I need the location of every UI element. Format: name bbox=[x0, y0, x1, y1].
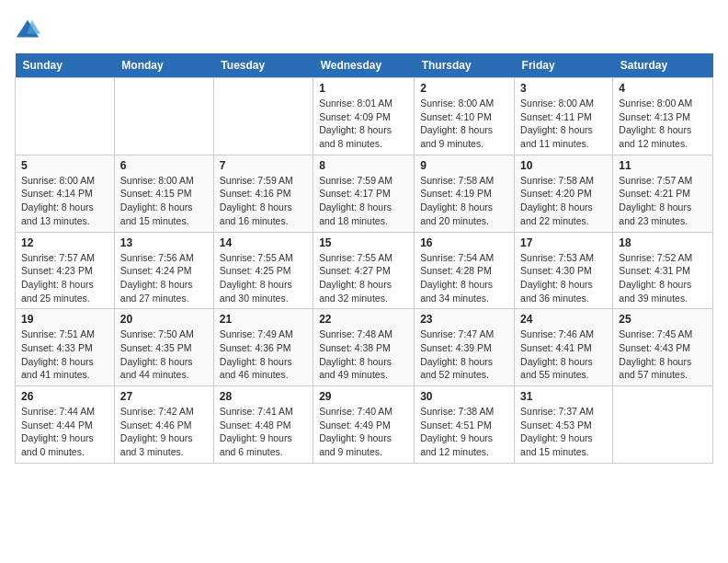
day-number: 2 bbox=[420, 82, 508, 95]
day-info: Sunrise: 7:57 AMSunset: 4:23 PMDaylight:… bbox=[21, 251, 108, 305]
day-info: Sunrise: 8:00 AMSunset: 4:10 PMDaylight:… bbox=[420, 97, 508, 151]
calendar-day-cell: 31Sunrise: 7:37 AMSunset: 4:53 PMDayligh… bbox=[515, 386, 613, 464]
day-number: 13 bbox=[120, 236, 208, 249]
day-number: 14 bbox=[220, 236, 307, 249]
day-info: Sunrise: 7:48 AMSunset: 4:38 PMDaylight:… bbox=[319, 327, 408, 382]
calendar-day-cell: 25Sunrise: 7:45 AMSunset: 4:43 PMDayligh… bbox=[613, 309, 713, 386]
calendar-day-cell: 3Sunrise: 8:00 AMSunset: 4:11 PMDaylight… bbox=[515, 78, 613, 155]
day-number: 28 bbox=[220, 390, 307, 403]
day-number: 18 bbox=[619, 236, 707, 249]
day-number: 12 bbox=[21, 236, 108, 249]
day-number: 29 bbox=[319, 390, 408, 403]
day-number: 20 bbox=[120, 313, 208, 326]
calendar-day-cell: 1Sunrise: 8:01 AMSunset: 4:09 PMDaylight… bbox=[313, 78, 415, 155]
calendar-day-cell: 13Sunrise: 7:56 AMSunset: 4:24 PMDayligh… bbox=[114, 232, 213, 309]
calendar-day-cell: 23Sunrise: 7:47 AMSunset: 4:39 PMDayligh… bbox=[415, 309, 515, 386]
calendar-day-cell: 4Sunrise: 8:00 AMSunset: 4:13 PMDaylight… bbox=[613, 78, 713, 155]
calendar-empty-cell bbox=[16, 78, 115, 155]
page-header bbox=[15, 15, 713, 42]
calendar-day-cell: 24Sunrise: 7:46 AMSunset: 4:41 PMDayligh… bbox=[515, 309, 613, 386]
day-info: Sunrise: 7:58 AMSunset: 4:20 PMDaylight:… bbox=[520, 174, 607, 228]
day-number: 27 bbox=[120, 390, 208, 403]
calendar-day-cell: 22Sunrise: 7:48 AMSunset: 4:38 PMDayligh… bbox=[313, 309, 415, 386]
day-info: Sunrise: 7:52 AMSunset: 4:31 PMDaylight:… bbox=[619, 251, 707, 305]
day-info: Sunrise: 7:50 AMSunset: 4:35 PMDaylight:… bbox=[120, 327, 208, 382]
calendar-week-row: 12Sunrise: 7:57 AMSunset: 4:23 PMDayligh… bbox=[16, 232, 713, 309]
day-info: Sunrise: 7:40 AMSunset: 4:49 PMDaylight:… bbox=[319, 405, 408, 459]
calendar-day-cell: 2Sunrise: 8:00 AMSunset: 4:10 PMDaylight… bbox=[415, 78, 515, 155]
day-info: Sunrise: 7:42 AMSunset: 4:46 PMDaylight:… bbox=[120, 405, 208, 459]
day-number: 8 bbox=[319, 159, 408, 172]
day-info: Sunrise: 7:47 AMSunset: 4:39 PMDaylight:… bbox=[420, 327, 508, 382]
logo bbox=[15, 15, 44, 42]
calendar-empty-cell bbox=[114, 78, 213, 155]
calendar-day-cell: 27Sunrise: 7:42 AMSunset: 4:46 PMDayligh… bbox=[114, 386, 213, 464]
calendar-day-cell: 17Sunrise: 7:53 AMSunset: 4:30 PMDayligh… bbox=[515, 232, 613, 309]
day-number: 19 bbox=[21, 313, 108, 326]
calendar-week-row: 5Sunrise: 8:00 AMSunset: 4:14 PMDaylight… bbox=[16, 155, 713, 232]
calendar-day-cell: 21Sunrise: 7:49 AMSunset: 4:36 PMDayligh… bbox=[213, 309, 313, 386]
day-number: 11 bbox=[619, 159, 707, 172]
calendar-day-cell: 28Sunrise: 7:41 AMSunset: 4:48 PMDayligh… bbox=[213, 386, 313, 464]
weekday-header-sunday: Sunday bbox=[16, 53, 115, 78]
calendar-week-row: 26Sunrise: 7:44 AMSunset: 4:44 PMDayligh… bbox=[16, 386, 713, 464]
day-info: Sunrise: 7:58 AMSunset: 4:19 PMDaylight:… bbox=[420, 174, 508, 228]
day-info: Sunrise: 7:38 AMSunset: 4:51 PMDaylight:… bbox=[420, 405, 508, 459]
day-info: Sunrise: 7:59 AMSunset: 4:16 PMDaylight:… bbox=[220, 174, 307, 228]
weekday-header-tuesday: Tuesday bbox=[213, 53, 313, 78]
calendar-week-row: 1Sunrise: 8:01 AMSunset: 4:09 PMDaylight… bbox=[16, 78, 713, 155]
day-number: 6 bbox=[120, 159, 208, 172]
day-number: 1 bbox=[319, 82, 408, 95]
day-number: 9 bbox=[420, 159, 508, 172]
day-number: 24 bbox=[520, 313, 607, 326]
calendar-day-cell: 14Sunrise: 7:55 AMSunset: 4:25 PMDayligh… bbox=[213, 232, 313, 309]
calendar-day-cell: 5Sunrise: 8:00 AMSunset: 4:14 PMDaylight… bbox=[16, 155, 115, 232]
calendar-day-cell: 7Sunrise: 7:59 AMSunset: 4:16 PMDaylight… bbox=[213, 155, 313, 232]
day-number: 10 bbox=[520, 159, 607, 172]
day-info: Sunrise: 7:45 AMSunset: 4:43 PMDaylight:… bbox=[619, 327, 707, 382]
day-number: 23 bbox=[420, 313, 508, 326]
calendar-day-cell: 29Sunrise: 7:40 AMSunset: 4:49 PMDayligh… bbox=[313, 386, 415, 464]
day-info: Sunrise: 7:54 AMSunset: 4:28 PMDaylight:… bbox=[420, 251, 508, 305]
calendar-day-cell: 30Sunrise: 7:38 AMSunset: 4:51 PMDayligh… bbox=[415, 386, 515, 464]
calendar-day-cell: 16Sunrise: 7:54 AMSunset: 4:28 PMDayligh… bbox=[415, 232, 515, 309]
day-number: 22 bbox=[319, 313, 408, 326]
weekday-header-friday: Friday bbox=[515, 53, 613, 78]
calendar-day-cell: 26Sunrise: 7:44 AMSunset: 4:44 PMDayligh… bbox=[16, 386, 115, 464]
day-info: Sunrise: 7:55 AMSunset: 4:27 PMDaylight:… bbox=[319, 251, 408, 305]
day-info: Sunrise: 8:00 AMSunset: 4:13 PMDaylight:… bbox=[619, 97, 707, 151]
weekday-header-monday: Monday bbox=[114, 53, 213, 78]
day-number: 26 bbox=[21, 390, 108, 403]
calendar-week-row: 19Sunrise: 7:51 AMSunset: 4:33 PMDayligh… bbox=[16, 309, 713, 386]
day-info: Sunrise: 8:00 AMSunset: 4:11 PMDaylight:… bbox=[520, 97, 607, 151]
day-number: 4 bbox=[619, 82, 707, 95]
day-number: 7 bbox=[220, 159, 307, 172]
day-number: 5 bbox=[21, 159, 108, 172]
day-number: 17 bbox=[520, 236, 607, 249]
day-number: 25 bbox=[619, 313, 707, 326]
calendar-day-cell: 9Sunrise: 7:58 AMSunset: 4:19 PMDaylight… bbox=[415, 155, 515, 232]
day-info: Sunrise: 7:53 AMSunset: 4:30 PMDaylight:… bbox=[520, 251, 607, 305]
day-info: Sunrise: 8:00 AMSunset: 4:14 PMDaylight:… bbox=[21, 174, 108, 228]
calendar-day-cell: 10Sunrise: 7:58 AMSunset: 4:20 PMDayligh… bbox=[515, 155, 613, 232]
calendar-day-cell: 19Sunrise: 7:51 AMSunset: 4:33 PMDayligh… bbox=[16, 309, 115, 386]
day-number: 21 bbox=[220, 313, 307, 326]
day-info: Sunrise: 7:57 AMSunset: 4:21 PMDaylight:… bbox=[619, 174, 707, 228]
calendar-day-cell: 12Sunrise: 7:57 AMSunset: 4:23 PMDayligh… bbox=[16, 232, 115, 309]
calendar-day-cell: 20Sunrise: 7:50 AMSunset: 4:35 PMDayligh… bbox=[114, 309, 213, 386]
day-number: 16 bbox=[420, 236, 508, 249]
day-info: Sunrise: 7:55 AMSunset: 4:25 PMDaylight:… bbox=[220, 251, 307, 305]
day-info: Sunrise: 7:44 AMSunset: 4:44 PMDaylight:… bbox=[21, 405, 108, 459]
calendar-day-cell: 18Sunrise: 7:52 AMSunset: 4:31 PMDayligh… bbox=[613, 232, 713, 309]
day-info: Sunrise: 8:01 AMSunset: 4:09 PMDaylight:… bbox=[319, 97, 408, 151]
day-info: Sunrise: 7:49 AMSunset: 4:36 PMDaylight:… bbox=[220, 327, 307, 382]
calendar-day-cell: 15Sunrise: 7:55 AMSunset: 4:27 PMDayligh… bbox=[313, 232, 415, 309]
day-info: Sunrise: 8:00 AMSunset: 4:15 PMDaylight:… bbox=[120, 174, 208, 228]
calendar-day-cell: 8Sunrise: 7:59 AMSunset: 4:17 PMDaylight… bbox=[313, 155, 415, 232]
calendar-day-cell: 11Sunrise: 7:57 AMSunset: 4:21 PMDayligh… bbox=[613, 155, 713, 232]
weekday-header-wednesday: Wednesday bbox=[313, 53, 415, 78]
day-number: 31 bbox=[520, 390, 607, 403]
logo-icon bbox=[15, 17, 40, 42]
day-info: Sunrise: 7:41 AMSunset: 4:48 PMDaylight:… bbox=[220, 405, 307, 459]
calendar-day-cell: 6Sunrise: 8:00 AMSunset: 4:15 PMDaylight… bbox=[114, 155, 213, 232]
